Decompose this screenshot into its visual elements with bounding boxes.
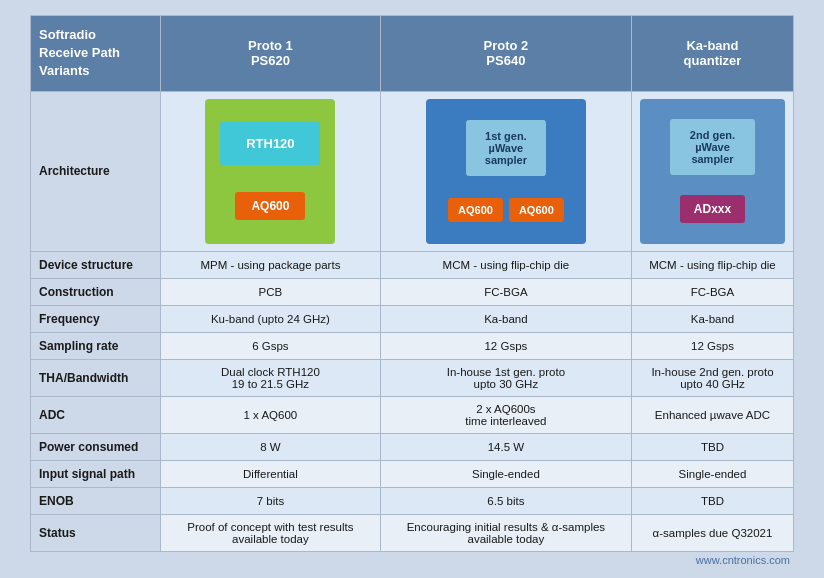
val-frequency-2: Ka-band [380, 305, 631, 332]
header-col2: Proto 2 PS640 [380, 16, 631, 92]
val-device-structure-2: MCM - using flip-chip die [380, 251, 631, 278]
chip-aq600a-proto2: AQ600 [448, 198, 503, 222]
row-status: Status Proof of concept with test result… [31, 514, 794, 551]
row-adc: ADC 1 x AQ600 2 x AQ600stime interleaved… [31, 396, 794, 433]
val-status-2: Encouraging initial results & α-samples … [380, 514, 631, 551]
val-device-structure-1: MPM - using package parts [161, 251, 381, 278]
row-input-signal: Input signal path Differential Single-en… [31, 460, 794, 487]
arch-kaband-cell: 2nd gen. µWave sampler ADxxx [631, 91, 793, 251]
val-status-3: α-samples due Q32021 [631, 514, 793, 551]
row-tha-bandwidth: THA/Bandwidth Dual clock RTH12019 to 21.… [31, 359, 794, 396]
header-col2-line1: Proto 2 [483, 38, 528, 53]
val-input-3: Single-ended [631, 460, 793, 487]
header-col2-line2: PS640 [486, 53, 525, 68]
watermark: www.cntronics.com [30, 552, 794, 568]
arch-proto2-diagram: 1st gen. µWave sampler AQ600 AQ600 [426, 99, 586, 244]
label-enob: ENOB [31, 487, 161, 514]
val-power-2: 14.5 W [380, 433, 631, 460]
val-adc-2: 2 x AQ600stime interleaved [380, 396, 631, 433]
row-frequency: Frequency Ku-band (upto 24 GHz) Ka-band … [31, 305, 794, 332]
val-enob-3: TBD [631, 487, 793, 514]
header-col3-line2: quantizer [684, 53, 742, 68]
header-col1-line2: PS620 [251, 53, 290, 68]
arch-proto1-diagram: RTH120 AQ600 [205, 99, 335, 244]
header-col0: SoftradioReceive PathVariants [31, 16, 161, 92]
arch-kaband-diagram: 2nd gen. µWave sampler ADxxx [640, 99, 785, 244]
val-input-1: Differential [161, 460, 381, 487]
arch-proto1-cell: RTH120 AQ600 [161, 91, 381, 251]
label-frequency: Frequency [31, 305, 161, 332]
label-input-signal: Input signal path [31, 460, 161, 487]
row-power: Power consumed 8 W 14.5 W TBD [31, 433, 794, 460]
label-adc: ADC [31, 396, 161, 433]
label-status: Status [31, 514, 161, 551]
label-device-structure: Device structure [31, 251, 161, 278]
row-architecture: Architecture RTH120 AQ600 [31, 91, 794, 251]
label-sampling-rate: Sampling rate [31, 332, 161, 359]
header-col1-line1: Proto 1 [248, 38, 293, 53]
arch-proto2-cell: 1st gen. µWave sampler AQ600 AQ600 [380, 91, 631, 251]
label-architecture: Architecture [31, 91, 161, 251]
val-adc-1: 1 x AQ600 [161, 396, 381, 433]
val-frequency-3: Ka-band [631, 305, 793, 332]
val-tha-1: Dual clock RTH12019 to 21.5 GHz [161, 359, 381, 396]
row-sampling-rate: Sampling rate 6 Gsps 12 Gsps 12 Gsps [31, 332, 794, 359]
val-construction-1: PCB [161, 278, 381, 305]
aq600-pair: AQ600 AQ600 [448, 198, 564, 222]
chip-adxxx: ADxxx [680, 195, 745, 223]
val-tha-3: In-house 2nd gen. protoupto 40 GHz [631, 359, 793, 396]
header-col0-text: SoftradioReceive PathVariants [39, 27, 120, 78]
row-enob: ENOB 7 bits 6.5 bits TBD [31, 487, 794, 514]
header-col1: Proto 1 PS620 [161, 16, 381, 92]
chip-aq600b-proto2: AQ600 [509, 198, 564, 222]
chip-rth120: RTH120 [220, 122, 320, 165]
val-status-1: Proof of concept with test results avail… [161, 514, 381, 551]
val-construction-3: FC-BGA [631, 278, 793, 305]
header-col3-line1: Ka-band [686, 38, 738, 53]
val-adc-3: Enhanced µwave ADC [631, 396, 793, 433]
row-construction: Construction PCB FC-BGA FC-BGA [31, 278, 794, 305]
val-tha-2: In-house 1st gen. protoupto 30 GHz [380, 359, 631, 396]
chip-uwave-kaband: 2nd gen. µWave sampler [670, 119, 755, 175]
chip-uwave-proto2: 1st gen. µWave sampler [466, 120, 546, 176]
header-col3: Ka-band quantizer [631, 16, 793, 92]
val-sampling-rate-3: 12 Gsps [631, 332, 793, 359]
val-sampling-rate-2: 12 Gsps [380, 332, 631, 359]
chip-aq600-proto1: AQ600 [235, 192, 305, 220]
label-power: Power consumed [31, 433, 161, 460]
val-input-2: Single-ended [380, 460, 631, 487]
row-device-structure: Device structure MPM - using package par… [31, 251, 794, 278]
val-sampling-rate-1: 6 Gsps [161, 332, 381, 359]
val-enob-2: 6.5 bits [380, 487, 631, 514]
val-enob-1: 7 bits [161, 487, 381, 514]
label-construction: Construction [31, 278, 161, 305]
val-power-1: 8 W [161, 433, 381, 460]
comparison-table: SoftradioReceive PathVariants Proto 1 PS… [30, 15, 794, 552]
val-power-3: TBD [631, 433, 793, 460]
val-frequency-1: Ku-band (upto 24 GHz) [161, 305, 381, 332]
val-construction-2: FC-BGA [380, 278, 631, 305]
val-device-structure-3: MCM - using flip-chip die [631, 251, 793, 278]
label-tha-bandwidth: THA/Bandwidth [31, 359, 161, 396]
